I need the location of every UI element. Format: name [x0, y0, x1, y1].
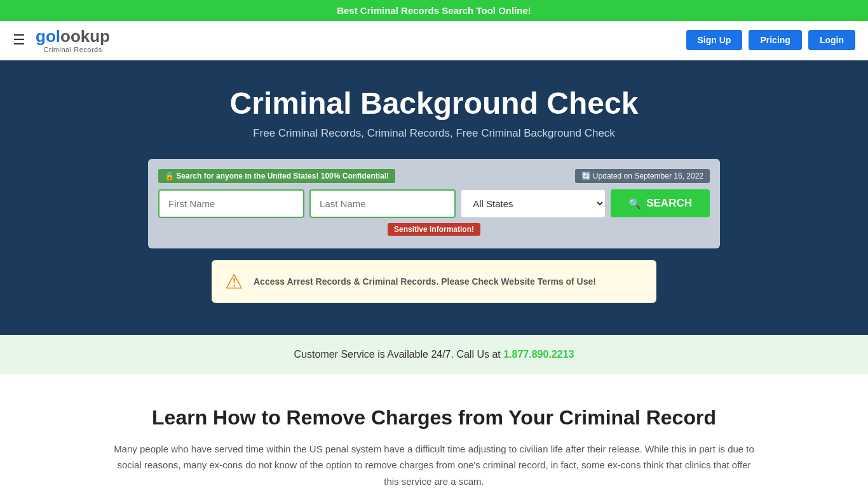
- logo-text: golookup: [36, 27, 110, 46]
- warning-icon: ⚠: [225, 269, 243, 294]
- pricing-button[interactable]: Pricing: [749, 30, 801, 50]
- notice-bar: ⚠ Access Arrest Records & Criminal Recor…: [212, 260, 656, 303]
- search-labels: 🔒 Search for anyone in the United States…: [158, 169, 710, 183]
- logo-subtitle: Criminal Records: [36, 46, 110, 53]
- confidential-label: 🔒 Search for anyone in the United States…: [158, 169, 395, 183]
- content-paragraph: Many people who have served time within …: [110, 441, 758, 488]
- updated-label: 🔄 Updated on September 16, 2022: [575, 169, 710, 183]
- search-button[interactable]: 🔍 SEARCH: [611, 189, 710, 217]
- search-fields: All States Alabama Alaska Arizona Arkans…: [158, 189, 710, 218]
- sensitive-label: Sensitive Information!: [388, 223, 480, 236]
- logo[interactable]: golookup Criminal Records: [36, 27, 110, 53]
- search-container: 🔒 Search for anyone in the United States…: [148, 159, 720, 248]
- header-right: Sign Up Pricing Login: [686, 30, 855, 50]
- announcement-text: Best Criminal Records Search Tool Online…: [337, 5, 531, 16]
- hero-section: Criminal Background Check Free Criminal …: [0, 60, 868, 335]
- content-section: Learn How to Remove Charges from Your Cr…: [85, 406, 783, 488]
- logo-lookup: ookup: [60, 27, 110, 46]
- first-name-input[interactable]: [158, 189, 304, 218]
- login-button[interactable]: Login: [808, 30, 855, 50]
- content-heading: Learn How to Remove Charges from Your Cr…: [110, 406, 758, 430]
- announcement-bar: Best Criminal Records Search Tool Online…: [0, 0, 868, 21]
- customer-service-bar: Customer Service is Available 24/7. Call…: [0, 335, 868, 374]
- state-select[interactable]: All States Alabama Alaska Arizona Arkans…: [461, 189, 606, 218]
- notice-text: Access Arrest Records & Criminal Records…: [254, 276, 596, 287]
- customer-service-phone[interactable]: 1.877.890.2213: [503, 349, 574, 360]
- search-icon: 🔍: [628, 198, 641, 210]
- site-header: ☰ golookup Criminal Records Sign Up Pric…: [0, 21, 868, 60]
- customer-service-text: Customer Service is Available 24/7. Call…: [294, 349, 504, 360]
- last-name-input[interactable]: [309, 189, 456, 218]
- search-button-label: SEARCH: [646, 197, 692, 210]
- hero-subtitle: Free Criminal Records, Criminal Records,…: [13, 127, 855, 140]
- hamburger-menu[interactable]: ☰: [13, 32, 25, 48]
- signup-button[interactable]: Sign Up: [686, 30, 743, 50]
- hero-title: Criminal Background Check: [13, 86, 855, 121]
- logo-go: gol: [36, 27, 60, 46]
- header-left: ☰ golookup Criminal Records: [13, 27, 110, 53]
